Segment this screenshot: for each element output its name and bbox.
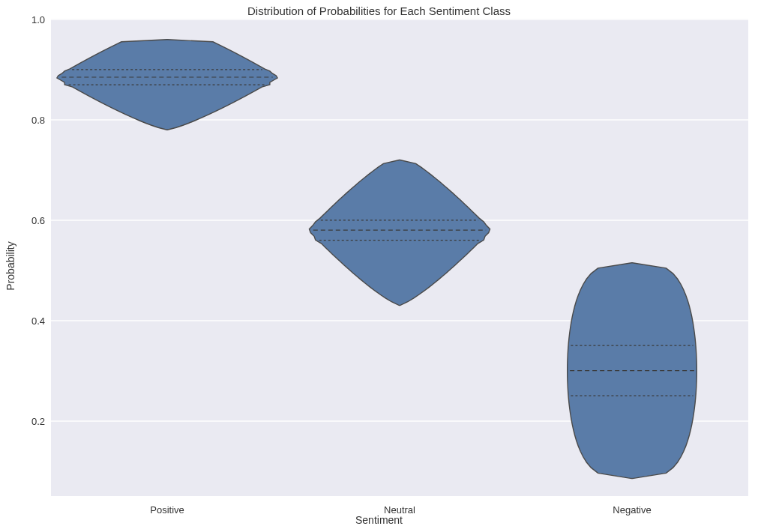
gridline <box>51 420 748 422</box>
y-tick-label: 0.6 <box>22 214 45 226</box>
plot-area: 0.20.40.60.81.0PositiveNeutralNegative <box>51 19 748 496</box>
chart-title: Distribution of Probabilities for Each S… <box>0 4 758 17</box>
y-tick-label: 1.0 <box>22 14 45 25</box>
gridline <box>51 119 748 121</box>
gridline <box>51 19 748 20</box>
y-axis-label: Probability <box>4 241 16 290</box>
x-axis-label: Sentiment <box>0 514 758 526</box>
chart-container: Distribution of Probabilities for Each S… <box>0 0 758 532</box>
y-tick-label: 0.4 <box>22 315 45 326</box>
gridline <box>51 320 748 321</box>
gridline <box>51 220 748 221</box>
y-tick-label: 0.2 <box>22 415 45 426</box>
y-tick-label: 0.8 <box>22 114 45 125</box>
